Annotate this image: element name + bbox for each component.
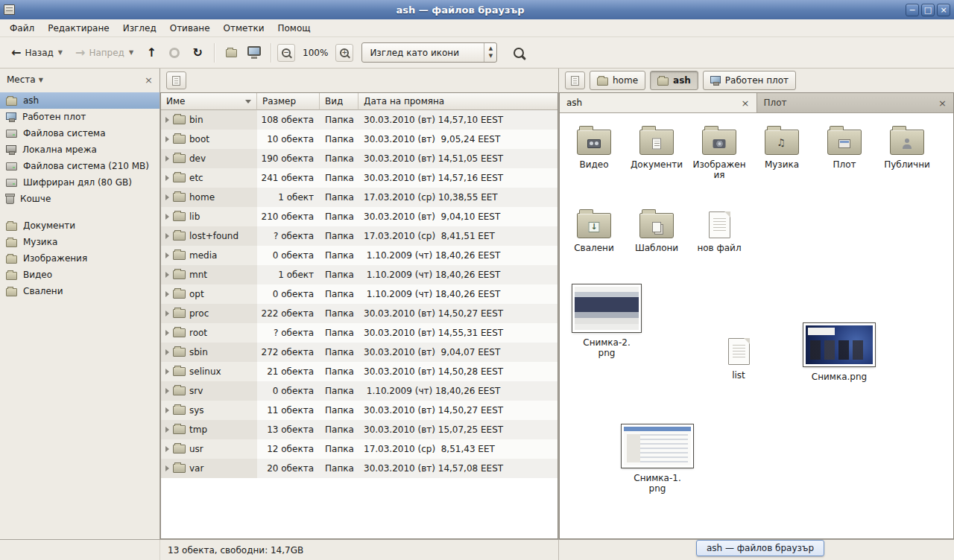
file-icon[interactable]: Музика [752,124,812,170]
expander-icon[interactable] [165,136,169,142]
file-icon[interactable]: Снимка-2. png [567,284,646,358]
table-row[interactable]: tmp 13 обекта Папка 30.03.2010 (вт) 15,0… [161,420,557,439]
menu-item[interactable]: Помощ [271,21,318,36]
expander-icon[interactable] [165,407,169,413]
expander-icon[interactable] [165,214,169,220]
sidebar-item[interactable]: Работен плот [0,109,159,125]
zoom-in-button[interactable]: + [335,44,353,62]
close-icon[interactable] [937,4,950,16]
menu-item[interactable]: Отиване [163,21,217,36]
sidebar-item[interactable]: Файлова система [0,125,159,141]
file-icon[interactable]: Снимка.png [798,323,880,382]
sidebar-item[interactable]: Изображения [0,250,159,267]
expander-icon[interactable] [165,369,169,375]
pane-tab[interactable]: ash [560,93,757,112]
sidebar-item[interactable]: Свалени [0,283,159,299]
sidebar-title[interactable]: Места [7,74,36,85]
file-icon[interactable]: Снимка-1. png [616,424,698,494]
menu-item[interactable]: Файл [3,21,41,36]
sidebar-item[interactable]: Шифриран дял (80 GB) [0,174,159,191]
file-icon[interactable]: нов файл [689,207,749,253]
home-button[interactable] [221,42,241,63]
table-row[interactable]: bin 108 обекта Папка 30.03.2010 (вт) 14,… [161,110,557,130]
expander-icon[interactable] [165,311,169,316]
table-row[interactable]: proc 222 обекта Папка 30.03.2010 (вт) 14… [161,304,557,323]
file-icon[interactable]: list [712,334,765,381]
table-row[interactable]: selinux 21 обекта Папка 30.03.2010 (вт) … [161,362,557,381]
file-icon[interactable]: Документи [627,124,686,170]
expander-icon[interactable] [165,117,169,123]
view-mode-select[interactable]: Изглед като икони ▲▼ [361,42,497,63]
table-row[interactable]: root ? обекта Папка 30.03.2010 (вт) 14,5… [161,323,557,343]
column-header-type[interactable]: Вид [320,93,358,110]
back-history-chevron-icon[interactable]: ▼ [58,49,63,56]
table-row[interactable]: opt 0 обекта Папка 1.10.2009 (чт) 18,40,… [161,284,557,304]
table-row[interactable]: lost+found ? обекта Папка 17.03.2010 (ср… [161,226,557,246]
back-button[interactable]: ← Назад ▼ [6,44,68,62]
forward-button[interactable]: → Напред ▼ [70,44,139,62]
expander-icon[interactable] [165,272,169,278]
stop-button[interactable] [164,42,185,63]
search-button[interactable] [508,42,529,63]
file-icon[interactable]: Видео [564,124,624,170]
location-toggle-button[interactable] [166,71,186,89]
table-row[interactable]: srv 0 обекта Папка 1.10.2009 (чт) 18,40,… [161,381,557,401]
sidebar-close-icon[interactable]: × [145,75,153,85]
breadcrumb-button[interactable]: ash [650,71,698,90]
sidebar-item[interactable]: Документи [0,217,159,234]
expander-icon[interactable] [165,252,169,258]
location-toggle-button[interactable] [565,71,585,89]
sidebar-item[interactable]: Локална мрежа [0,141,159,158]
table-row[interactable]: media 0 обекта Папка 1.10.2009 (чт) 18,4… [161,246,557,265]
expander-icon[interactable] [165,194,169,200]
column-header-date[interactable]: Дата на промяна [358,93,557,110]
tab-close-icon[interactable] [938,98,947,108]
table-row[interactable]: var 20 обекта Папка 30.03.2010 (вт) 14,5… [161,459,557,478]
up-button[interactable]: ↑ [141,42,162,63]
breadcrumb-button[interactable]: home [590,71,645,90]
expander-icon[interactable] [165,465,169,471]
expander-icon[interactable] [165,291,169,297]
tab-close-icon[interactable] [742,98,750,108]
file-icon[interactable]: Изображен ия [689,124,749,180]
reload-button[interactable]: ↻ [187,42,208,63]
expander-icon[interactable] [165,388,169,394]
minimize-icon[interactable] [906,4,919,16]
column-header-size[interactable]: Размер [257,93,320,110]
menu-item[interactable]: Редактиране [41,21,116,36]
sidebar-item[interactable]: Музика [0,234,159,250]
breadcrumb-button[interactable]: Работен плот [703,71,796,90]
expander-icon[interactable] [165,427,169,433]
expander-icon[interactable] [165,156,169,162]
table-row[interactable]: sbin 272 обекта Папка 30.03.2010 (вт) 9,… [161,343,557,362]
table-row[interactable]: home 1 обект Папка 17.03.2010 (ср) 10,38… [161,188,557,207]
expander-icon[interactable] [165,233,169,239]
icon-view[interactable]: Видео Документи [560,113,953,538]
expander-icon[interactable] [165,330,169,336]
table-row[interactable]: etc 241 обекта Папка 30.03.2010 (вт) 14,… [161,168,557,188]
sidebar-item[interactable]: Видео [0,267,159,283]
zoom-out-button[interactable]: − [277,44,295,62]
table-row[interactable]: mnt 1 обект Папка 1.10.2009 (чт) 18,40,2… [161,265,557,284]
column-header-name[interactable]: Име [161,93,257,110]
table-row[interactable]: usr 12 обекта Папка 17.03.2010 (ср) 8,51… [161,439,557,459]
taskbar-window-button[interactable]: ash — файлов браузър [696,540,824,556]
view-mode-spinner-icon[interactable]: ▲▼ [484,43,496,62]
table-row[interactable]: sys 11 обекта Папка 30.03.2010 (вт) 14,5… [161,401,557,420]
expander-icon[interactable] [165,175,169,181]
table-row[interactable]: dev 190 обекта Папка 30.03.2010 (вт) 14,… [161,149,557,168]
table-row[interactable]: lib 210 обекта Папка 30.03.2010 (вт) 9,0… [161,207,557,226]
file-icon[interactable]: Публични [877,124,937,170]
computer-button[interactable] [244,42,265,63]
menu-item[interactable]: Отметки [217,21,271,36]
expander-icon[interactable] [165,349,169,355]
file-icon[interactable]: Плот [815,124,874,170]
sidebar-item[interactable]: Файлова система (210 MB) [0,158,159,174]
table-row[interactable]: boot 10 обекта Папка 30.03.2010 (вт) 9,0… [161,130,557,149]
file-icon[interactable]: Шаблони [627,207,686,253]
pane-tab[interactable]: Плот [757,93,954,112]
sidebar-chevron-down-icon[interactable]: ▼ [39,77,43,83]
sidebar-item[interactable]: ash [0,92,159,109]
menu-item[interactable]: Изглед [116,21,163,36]
sidebar-item[interactable]: Кошче [0,191,159,207]
